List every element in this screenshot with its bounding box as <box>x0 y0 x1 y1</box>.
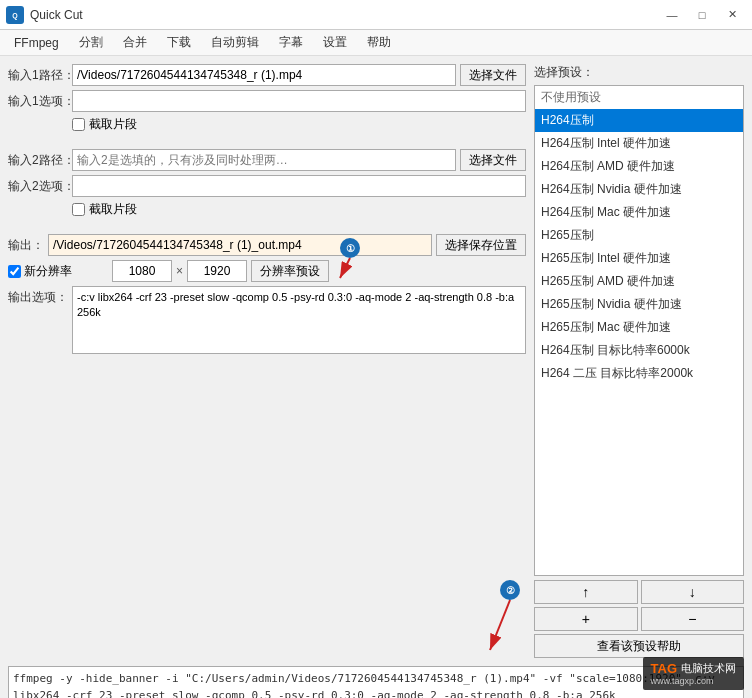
input2-clip-checkbox[interactable] <box>72 203 85 216</box>
output-options-area: 输出选项： <box>8 286 526 354</box>
main-content: 输入1路径： 选择文件 输入1选项： 截取片段 输入2路径： 选择文件 <box>0 56 752 666</box>
resolution-width-input[interactable] <box>112 260 172 282</box>
preset-list-item[interactable]: H265压制 Mac 硬件加速 <box>535 316 743 339</box>
menu-item-settings[interactable]: 设置 <box>313 31 357 54</box>
maximize-button[interactable]: □ <box>688 5 716 25</box>
output-options-textarea[interactable] <box>72 286 526 354</box>
input1-clip-checkbox[interactable] <box>72 118 85 131</box>
preset-list-item[interactable]: H264压制 Nvidia 硬件加速 <box>535 178 743 201</box>
preset-add-button[interactable]: + <box>534 607 638 631</box>
preset-list-item[interactable]: H265压制 Nvidia 硬件加速 <box>535 293 743 316</box>
input1-clip-row: 截取片段 <box>8 116 526 133</box>
preset-remove-button[interactable]: − <box>641 607 745 631</box>
input2-path-input[interactable] <box>72 149 456 171</box>
resolution-row: 新分辨率 × 分辨率预设 <box>8 260 526 282</box>
left-panel: 输入1路径： 选择文件 输入1选项： 截取片段 输入2路径： 选择文件 <box>8 64 526 658</box>
input2-options-input[interactable] <box>72 175 526 197</box>
command-area: ffmpeg -y -hide_banner -i "C:/Users/admi… <box>8 666 744 698</box>
input1-options-row: 输入1选项： <box>8 90 526 112</box>
resolution-label: 新分辨率 <box>24 263 72 280</box>
preset-list-item[interactable]: 不使用预设 <box>535 86 743 109</box>
input2-choose-button[interactable]: 选择文件 <box>460 149 526 171</box>
app-title: Quick Cut <box>30 8 83 22</box>
input1-options-label: 输入1选项： <box>8 93 68 110</box>
preset-buttons: ↑ ↓ + − 查看该预设帮助 <box>534 580 744 658</box>
input1-path-row: 输入1路径： 选择文件 <box>8 64 526 86</box>
menu-item-split[interactable]: 分割 <box>69 31 113 54</box>
input1-clip-label: 截取片段 <box>89 116 137 133</box>
preset-list-item[interactable]: H265压制 Intel 硬件加速 <box>535 247 743 270</box>
input1-path-label: 输入1路径： <box>8 67 68 84</box>
output-path-input[interactable] <box>48 234 432 256</box>
preset-list-item[interactable]: H264压制 目标比特率6000k <box>535 339 743 362</box>
input2-options-label: 输入2选项： <box>8 178 68 195</box>
preset-list-item[interactable]: H264压制 Mac 硬件加速 <box>535 201 743 224</box>
resolution-height-input[interactable] <box>187 260 247 282</box>
preset-list-item[interactable]: H265压制 <box>535 224 743 247</box>
output-path-row: 输出： 选择保存位置 <box>8 234 526 256</box>
svg-text:Q: Q <box>12 12 18 20</box>
input2-clip-label: 截取片段 <box>89 201 137 218</box>
preset-list-item[interactable]: H264 二压 目标比特率2000k <box>535 362 743 385</box>
preset-list: 不使用预设H264压制H264压制 Intel 硬件加速H264压制 AMD 硬… <box>534 85 744 576</box>
preset-help-button[interactable]: 查看该预设帮助 <box>534 634 744 658</box>
right-panel: 选择预设： 不使用预设H264压制H264压制 Intel 硬件加速H264压制… <box>534 64 744 658</box>
preset-list-item[interactable]: H265压制 AMD 硬件加速 <box>535 270 743 293</box>
watermark-site2: www.tagxp.com <box>651 676 736 686</box>
menu-item-autoedit[interactable]: 自动剪辑 <box>201 31 269 54</box>
output-label: 输出： <box>8 237 44 254</box>
minimize-button[interactable]: — <box>658 5 686 25</box>
app-icon: Q <box>6 6 24 24</box>
resolution-checkbox[interactable] <box>8 265 21 278</box>
preset-list-item[interactable]: H264压制 AMD 硬件加速 <box>535 155 743 178</box>
menu-item-subtitle[interactable]: 字幕 <box>269 31 313 54</box>
output-options-label: 输出选项： <box>8 286 68 306</box>
preset-up-button[interactable]: ↑ <box>534 580 638 604</box>
preset-list-item[interactable]: H264压制 <box>535 109 743 132</box>
menu-item-help[interactable]: 帮助 <box>357 31 401 54</box>
input2-path-label: 输入2路径： <box>8 152 68 169</box>
watermark: TAG 电脑技术网 www.tagxp.com <box>643 657 744 690</box>
input1-options-input[interactable] <box>72 90 526 112</box>
watermark-site1: 电脑技术网 <box>681 661 736 676</box>
menu-item-download[interactable]: 下载 <box>157 31 201 54</box>
input1-choose-button[interactable]: 选择文件 <box>460 64 526 86</box>
input1-path-input[interactable] <box>72 64 456 86</box>
resolution-preset-button[interactable]: 分辨率预设 <box>251 260 329 282</box>
close-button[interactable]: ✕ <box>718 5 746 25</box>
menu-item-ffmpeg[interactable]: FFmpeg <box>4 33 69 53</box>
watermark-tag: TAG <box>651 661 677 676</box>
command-text: ffmpeg -y -hide_banner -i "C:/Users/admi… <box>13 672 715 698</box>
input2-options-row: 输入2选项： <box>8 175 526 197</box>
menu-item-merge[interactable]: 合并 <box>113 31 157 54</box>
preset-label: 选择预设： <box>534 64 744 81</box>
input2-clip-row: 截取片段 <box>8 201 526 218</box>
input2-path-row: 输入2路径： 选择文件 <box>8 149 526 171</box>
resolution-x: × <box>176 264 183 278</box>
output-choose-button[interactable]: 选择保存位置 <box>436 234 526 256</box>
menu-bar: FFmpeg 分割 合并 下载 自动剪辑 字幕 设置 帮助 <box>0 30 752 56</box>
preset-down-button[interactable]: ↓ <box>641 580 745 604</box>
preset-list-item[interactable]: H264压制 Intel 硬件加速 <box>535 132 743 155</box>
title-bar: Q Quick Cut — □ ✕ <box>0 0 752 30</box>
